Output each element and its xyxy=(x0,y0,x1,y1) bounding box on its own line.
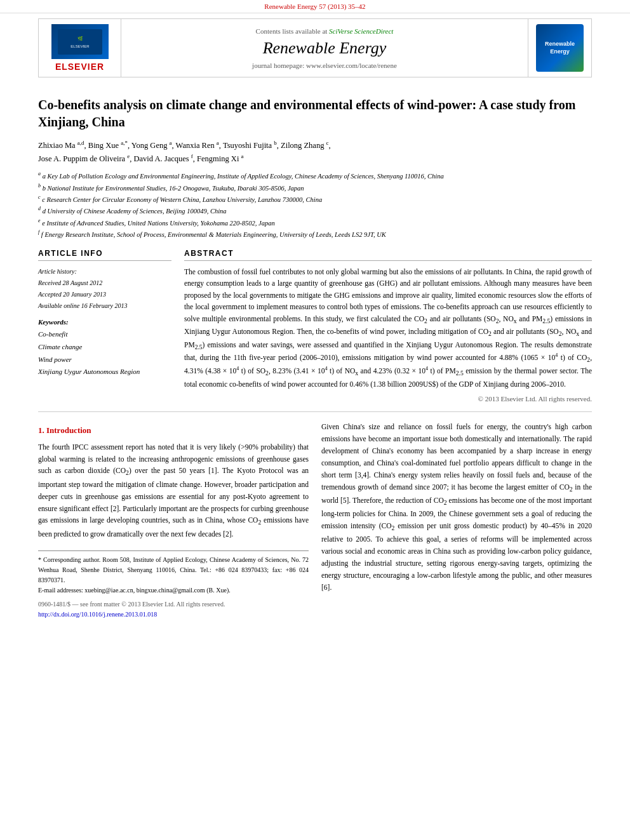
section1-heading: 1. Introduction xyxy=(38,423,309,437)
main-content: Co-benefits analysis on climate change a… xyxy=(0,83,630,633)
sciverse-link[interactable]: SciVerse ScienceDirect xyxy=(329,27,393,35)
re-logo: Renewable Energy xyxy=(536,24,584,72)
right-column: Given China's size and reliance on fossi… xyxy=(321,421,592,620)
article-history: Article history: Received 28 August 2012… xyxy=(38,266,171,312)
footnote-asterisk: * Corresponding author. Room 508, Instit… xyxy=(38,555,309,585)
issn-line: 0960-1481/$ — see front matter © 2013 El… xyxy=(38,599,309,610)
svg-text:ELSEVIER: ELSEVIER xyxy=(70,44,90,48)
abstract-heading: ABSTRACT xyxy=(184,249,592,261)
journal-homepage: journal homepage: www.elsevier.com/locat… xyxy=(252,62,397,69)
affiliation-c: c c Research Center for Circular Economy… xyxy=(38,194,592,205)
contents-line: Contents lists available at SciVerse Sci… xyxy=(256,27,394,35)
affiliation-b: b b National Institute for Environmental… xyxy=(38,182,592,194)
journal-name: Renewable Energy xyxy=(263,39,387,58)
re-logo-section: Renewable Energy xyxy=(528,19,591,77)
elsevier-text: ELSEVIER xyxy=(55,62,104,72)
article-info-heading: ARTICLE INFO xyxy=(38,249,171,261)
keywords-label: Keywords: xyxy=(38,318,171,326)
top-bar: Renewable Energy 57 (2013) 35–42 xyxy=(0,0,630,13)
elsevier-tree-icon: 🌿 ELSEVIER xyxy=(55,26,105,58)
affiliation-a: a a Key Lab of Pollution Ecology and Env… xyxy=(38,170,592,182)
journal-citation: Renewable Energy 57 (2013) 35–42 xyxy=(264,3,365,10)
intro-left-text: The fourth IPCC assessment report has no… xyxy=(38,441,309,540)
abstract-text: The combustion of fossil fuel contribute… xyxy=(184,266,592,390)
svg-text:🌿: 🌿 xyxy=(77,36,83,41)
history-label: Article history: xyxy=(38,266,171,277)
elsevier-logo-image: 🌿 ELSEVIER xyxy=(51,24,109,59)
body-columns: 1. Introduction The fourth IPCC assessme… xyxy=(38,421,592,620)
footnote-email: E-mail addresses: xuebing@iae.ac.cn, bin… xyxy=(38,585,309,596)
section-divider xyxy=(38,411,592,412)
affiliations: a a Key Lab of Pollution Ecology and Env… xyxy=(38,170,592,240)
affiliation-d: d d University of Chinese Academy of Sci… xyxy=(38,205,592,217)
keyword-3: Wind power xyxy=(38,354,171,366)
keyword-4: Xinjiang Uygur Autonomous Region xyxy=(38,366,171,378)
article-info-panel: ARTICLE INFO Article history: Received 2… xyxy=(38,249,171,403)
authors-text: Zhixiao Ma a,d, Bing Xue a,*, Yong Geng … xyxy=(38,141,331,163)
affiliation-e: e e Institute of Advanced Studies, Unite… xyxy=(38,217,592,229)
available-date: Available online 16 February 2013 xyxy=(38,300,171,312)
svg-rect-0 xyxy=(58,29,102,55)
elsevier-logo: 🌿 ELSEVIER ELSEVIER xyxy=(51,24,109,72)
article-info-abstract-section: ARTICLE INFO Article history: Received 2… xyxy=(38,249,592,403)
abstract-section: ABSTRACT The combustion of fossil fuel c… xyxy=(184,249,592,403)
journal-header: 🌿 ELSEVIER ELSEVIER Contents lists avail… xyxy=(38,18,592,77)
authors-line: Zhixiao Ma a,d, Bing Xue a,*, Yong Geng … xyxy=(38,138,592,165)
elsevier-logo-section: 🌿 ELSEVIER ELSEVIER xyxy=(39,19,121,77)
keyword-2: Climate change xyxy=(38,341,171,354)
keywords-list: Co-benefit Climate change Wind power Xin… xyxy=(38,328,171,378)
keywords-section: Keywords: Co-benefit Climate change Wind… xyxy=(38,318,171,378)
keyword-1: Co-benefit xyxy=(38,328,171,341)
journal-title-section: Contents lists available at SciVerse Sci… xyxy=(121,19,528,77)
re-logo-text: Renewable Energy xyxy=(545,41,575,55)
article-title: Co-benefits analysis on climate change a… xyxy=(38,97,592,131)
copyright-line: © 2013 Elsevier Ltd. All rights reserved… xyxy=(184,395,592,403)
affiliation-f: f f Energy Research Institute, School of… xyxy=(38,229,592,240)
footnote-section: * Corresponding author. Room 508, Instit… xyxy=(38,550,309,620)
left-column: 1. Introduction The fourth IPCC assessme… xyxy=(38,421,309,620)
received-date: Received 28 August 2012 xyxy=(38,277,171,289)
accepted-date: Accepted 20 January 2013 xyxy=(38,289,171,300)
doi-link[interactable]: http://dx.doi.org/10.1016/j.renene.2013.… xyxy=(38,610,309,620)
intro-right-text: Given China's size and reliance on fossi… xyxy=(321,421,592,594)
